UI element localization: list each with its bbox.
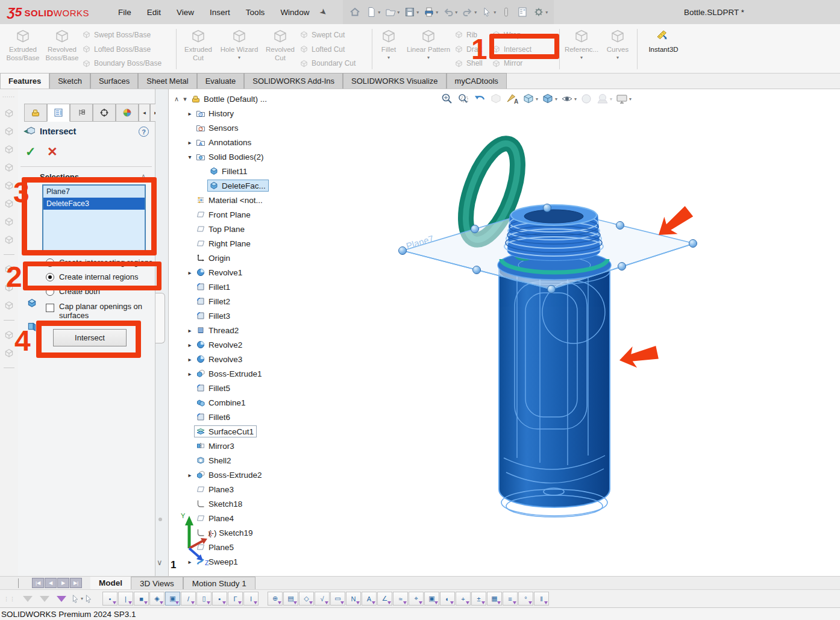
- dropdown-caret-icon[interactable]: ▾: [474, 10, 477, 15]
- body-cube-icon[interactable]: [4, 180, 14, 191]
- dropdown-caret-icon[interactable]: ▾: [536, 96, 538, 102]
- pm-tab-configurationmanager[interactable]: [70, 104, 93, 122]
- tree-item[interactable]: Fillet3: [172, 308, 299, 323]
- body-cube-icon[interactable]: [4, 234, 14, 245]
- cancel-x-button[interactable]: ✕: [47, 145, 58, 159]
- tree-item[interactable]: ▸Revolve1: [172, 265, 299, 280]
- annotation-filter-button[interactable]: ≈: [393, 592, 408, 606]
- ribbon-button-swept-cut[interactable]: Swept Cut: [299, 28, 369, 42]
- help-icon[interactable]: ?: [139, 127, 149, 137]
- annotation-filter-button[interactable]: ▭: [330, 592, 345, 606]
- pm-tab-propertymanager[interactable]: [47, 104, 70, 122]
- ribbon-button-hole-wizard[interactable]: Hole Wizard▾: [218, 27, 261, 72]
- tree-item[interactable]: Fillet1: [172, 280, 299, 294]
- ribbon-button-boundary-cut[interactable]: Boundary Cut: [299, 56, 369, 70]
- tab-evaluate[interactable]: Evaluate: [197, 73, 245, 89]
- tree-item[interactable]: Top Plane: [172, 222, 299, 236]
- bottom-tab-model[interactable]: Model: [90, 577, 131, 590]
- annotation-filter-button[interactable]: √: [315, 592, 330, 606]
- tree-item[interactable]: Fillet5: [172, 381, 299, 395]
- pm-tabs-prev-arrow[interactable]: ◂: [139, 104, 150, 122]
- tree-item[interactable]: Fillet2: [172, 294, 299, 308]
- tree-item[interactable]: Mirror3: [172, 439, 299, 453]
- new-document-button[interactable]: ▾: [364, 5, 381, 19]
- pm-tab-dimxpertmanager[interactable]: [93, 104, 116, 122]
- radio-create-internal-regions[interactable]: Create internal regions: [46, 272, 139, 281]
- radio-circle-icon[interactable]: [46, 258, 54, 267]
- ribbon-button-mirror[interactable]: Mirror: [492, 56, 557, 70]
- cap-openings-checkbox[interactable]: [46, 304, 54, 312]
- quick-snaps-icon[interactable]: [4, 264, 14, 275]
- ribbon-button-fillet[interactable]: Fillet▾: [375, 27, 403, 72]
- tree-item[interactable]: DeleteFac...: [172, 178, 299, 193]
- ribbon-button-swept-boss-base[interactable]: Swept Boss/Base: [82, 28, 174, 42]
- tree-item[interactable]: Plane5: [172, 540, 299, 554]
- tab-features[interactable]: Features: [0, 73, 49, 89]
- tree-expander-icon[interactable]: ▸: [186, 139, 194, 146]
- ribbon-button-revolved-boss-base[interactable]: Revolved Boss/Base: [42, 27, 82, 72]
- dropdown-caret-icon[interactable]: ▾: [436, 10, 438, 15]
- screen-capture-icon[interactable]: [4, 300, 14, 311]
- tab-scroll-button[interactable]: |◀: [32, 578, 44, 588]
- dropdown-caret-icon[interactable]: ▾: [545, 10, 548, 15]
- touch-mode-button[interactable]: [499, 5, 513, 19]
- tree-expander-icon[interactable]: ▸: [186, 327, 194, 334]
- previous-view-button[interactable]: [472, 92, 487, 106]
- radio-create-both[interactable]: Create both: [46, 287, 100, 296]
- undo-button[interactable]: ▾: [441, 5, 459, 19]
- dropdown-caret-icon[interactable]: ▾: [574, 96, 577, 102]
- dropdown-caret-icon[interactable]: ▾: [555, 96, 557, 102]
- tools-wrench-icon[interactable]: [4, 282, 14, 293]
- collapse-chevron-icon[interactable]: ∧: [141, 172, 146, 180]
- zoom-to-area-button[interactable]: [456, 92, 471, 106]
- hide-show-items-button[interactable]: ▾: [560, 92, 577, 106]
- tree-item[interactable]: Shell2: [172, 453, 299, 468]
- tree-expander-icon[interactable]: ▸: [186, 472, 194, 478]
- tree-collapse-icon[interactable]: ▾: [181, 95, 189, 103]
- tab-scroll-button[interactable]: ◀: [45, 578, 57, 588]
- open-button[interactable]: ▾: [383, 5, 401, 19]
- selection-list-item[interactable]: DeleteFace3: [43, 198, 145, 210]
- ok-check-button[interactable]: ✓: [25, 145, 36, 159]
- ribbon-button-shell[interactable]: Shell: [454, 56, 492, 70]
- print-button[interactable]: ▾: [422, 5, 439, 19]
- select-button[interactable]: ▾: [480, 5, 497, 19]
- menu-edit[interactable]: Edit: [147, 8, 161, 17]
- tree-expander-icon[interactable]: ▸: [186, 559, 194, 565]
- tree-item[interactable]: Origin: [172, 251, 299, 265]
- bottle-body[interactable]: [499, 259, 610, 507]
- body-cube-icon[interactable]: [4, 126, 14, 137]
- display-style-button[interactable]: ▾: [541, 92, 558, 106]
- settings-gear-button[interactable]: ▾: [531, 5, 549, 19]
- tab-solidworks-add-ins[interactable]: SOLIDWORKS Add-Ins: [244, 73, 343, 89]
- pin-icon[interactable]: ➤: [318, 6, 330, 18]
- ribbon-button-curves[interactable]: Curves▾: [601, 27, 635, 72]
- zoom-to-fit-button[interactable]: [440, 92, 454, 106]
- tab-solidworks-visualize[interactable]: SOLIDWORKS Visualize: [343, 73, 447, 89]
- tree-expander-icon[interactable]: ▸: [186, 269, 194, 276]
- filter-funnel-stack-icon[interactable]: [40, 596, 49, 602]
- pm-tab-featuremanager[interactable]: [24, 104, 47, 122]
- annotation-filter-button[interactable]: ▦: [487, 592, 502, 606]
- tab-mycadtools[interactable]: myCADtools: [447, 73, 507, 89]
- tree-item[interactable]: Right Plane: [172, 236, 299, 251]
- bottom-tab-motion-study-1[interactable]: Motion Study 1: [183, 577, 255, 590]
- dropdown-caret-icon[interactable]: ▾: [494, 10, 496, 15]
- selection-filter-button[interactable]: Γ: [228, 592, 243, 606]
- selection-filter-button[interactable]: /: [181, 592, 196, 606]
- selection-listbox[interactable]: Plane7DeleteFace3: [42, 184, 146, 252]
- ribbon-button-intersect[interactable]: Intersect: [492, 42, 557, 57]
- ribbon-button-reference-geometry[interactable]: Referenc...▾: [562, 27, 601, 72]
- tree-expander-icon[interactable]: ▸: [186, 110, 194, 117]
- selection-filter-button[interactable]: ■: [134, 592, 149, 606]
- bottle-3d-model[interactable]: Plane7: [374, 121, 723, 542]
- annotation-filter-button[interactable]: ±: [471, 592, 486, 606]
- dropdown-caret-icon[interactable]: ▾: [616, 55, 619, 60]
- tree-item[interactable]: ▸Revolve2: [172, 337, 299, 352]
- menu-view[interactable]: View: [177, 8, 194, 17]
- tree-item[interactable]: SurfaceCut1: [172, 424, 299, 439]
- menu-window[interactable]: Window: [280, 8, 309, 17]
- dropdown-caret-icon[interactable]: ▾: [397, 10, 400, 15]
- ribbon-button-extruded-boss-base[interactable]: Extruded Boss/Base: [4, 27, 42, 72]
- tree-item[interactable]: ▸Thread2: [172, 323, 299, 337]
